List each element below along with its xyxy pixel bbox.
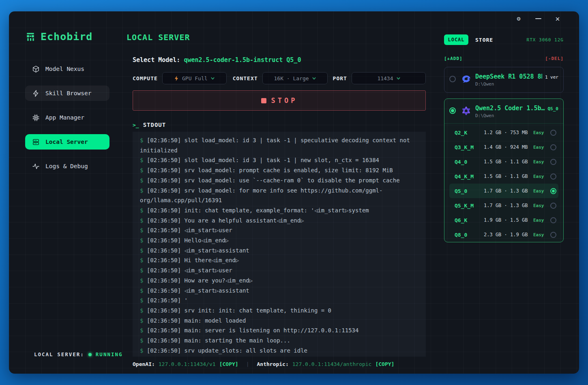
status-dot-icon xyxy=(88,353,92,356)
quant-difficulty-badge: Easy xyxy=(533,203,550,208)
quant-radio[interactable] xyxy=(550,203,556,209)
port-dropdown[interactable]: 11434 xyxy=(352,72,426,84)
context-label: CONTEXT xyxy=(233,75,258,81)
sidebar-item-app-manager[interactable]: App Manager xyxy=(25,110,109,125)
quant-name: Q4_0 xyxy=(455,159,484,165)
quant-radio[interactable] xyxy=(550,159,556,165)
console-line: $ [02:36:50] Hello◁im_end▷ xyxy=(140,235,418,246)
console-line: $ [02:36:50] ◁im_start▷user xyxy=(140,225,418,235)
api-endpoints: OpenAI: 127.0.0.1:11434/v1 [COPY] | Anth… xyxy=(133,361,426,367)
delete-model-button[interactable]: [-DEL] xyxy=(545,56,564,61)
tab-store[interactable]: STORE xyxy=(475,37,493,43)
sidebar-item-model-nexus[interactable]: Model Nexus xyxy=(25,61,109,77)
quant-size: 1.5 GB · 1.1 GB xyxy=(484,159,533,165)
anthropic-endpoint-label: Anthropic: xyxy=(257,361,288,367)
chevron-down-icon xyxy=(397,77,400,80)
server-controls: COMPUTE GPU Full CONTEXT 16K · Large POR… xyxy=(133,72,426,84)
add-model-button[interactable]: [+ADD] xyxy=(444,56,463,61)
quant-row[interactable]: Q3_K_M 1.4 GB · 924 MB Easy xyxy=(449,140,558,154)
console-line: $ [02:36:50] srv init: init: chat templa… xyxy=(140,306,418,316)
add-delete-row: [+ADD] [-DEL] xyxy=(444,56,564,61)
stop-button-label: STOP xyxy=(271,96,298,105)
quant-name: Q8_0 xyxy=(455,232,484,238)
quant-size: 1.7 GB · 1.3 GB xyxy=(484,203,533,208)
openai-endpoint-label: OpenAI: xyxy=(133,361,155,367)
sidebar-item-label: Skill Browser xyxy=(45,90,92,96)
cube-icon xyxy=(32,65,40,73)
model-card-deepseek[interactable]: DeepSeek R1 0528 8B 1 ver D:\Qwen xyxy=(444,67,564,93)
app-logo: Echobird xyxy=(25,31,133,43)
quant-difficulty-badge: Easy xyxy=(533,218,550,223)
selected-model-line: Select Model: qwen2.5-coder-1.5b-instruc… xyxy=(133,56,426,64)
quant-row[interactable]: Q4_K_M 1.5 GB · 1.1 GB Easy xyxy=(449,169,558,184)
quant-row[interactable]: Q5_0 1.7 GB · 1.3 GB Easy xyxy=(449,184,558,198)
quant-name: Q2_K xyxy=(455,130,484,136)
model-radio[interactable] xyxy=(449,76,456,82)
console-line: $ [02:36:50] ◁im_start▷assistant xyxy=(140,246,418,256)
model-name: DeepSeek R1 0528 8B xyxy=(475,73,542,80)
quant-size: 1.7 GB · 1.3 GB xyxy=(484,188,533,194)
sidebar-item-label: App Manager xyxy=(45,114,84,121)
compute-value: GPU Full xyxy=(182,75,208,81)
quant-size: 1.4 GB · 924 MB xyxy=(484,144,533,150)
quant-row[interactable]: Q5_K_M 1.7 GB · 1.3 GB Easy xyxy=(449,198,558,213)
model-card-qwen[interactable]: Qwen2.5 Coder 1.5b… Q5_0 D:\Qwen Q2_K 1.… xyxy=(444,98,564,242)
app-name: Echobird xyxy=(41,31,92,43)
quant-size: 1.9 GB · 1.5 GB xyxy=(484,217,533,223)
model-quant-badge: Q5_0 xyxy=(548,106,559,111)
server-status: LOCAL SERVER: RUNNING xyxy=(25,351,133,357)
quant-row[interactable]: Q6_K 1.9 GB · 1.5 GB Easy xyxy=(449,213,558,227)
tab-local[interactable]: LOCAL xyxy=(444,34,468,45)
library-tabs: LOCAL STORE RTX 3060 12G xyxy=(444,34,564,45)
select-model-label: Select Model: xyxy=(133,56,180,64)
context-dropdown[interactable]: 16K · Large xyxy=(262,72,328,84)
port-value: 11434 xyxy=(377,75,393,81)
server-icon xyxy=(32,138,40,146)
settings-gear-icon[interactable]: ⚙ xyxy=(515,15,522,22)
select-model-value: qwen2.5-coder-1.5b-instruct Q5_0 xyxy=(184,56,301,64)
quant-row[interactable]: Q4_0 1.5 GB · 1.1 GB Easy xyxy=(449,154,558,169)
chevron-down-icon xyxy=(312,77,316,80)
close-button[interactable]: × xyxy=(554,15,561,22)
minimize-button[interactable] xyxy=(534,15,542,22)
page-title: LOCAL SERVER xyxy=(127,32,426,42)
bolt-icon xyxy=(32,90,40,97)
port-label: PORT xyxy=(333,75,347,81)
stdout-console[interactable]: $ [02:36:50] slot load_model: id 3 | tas… xyxy=(133,132,426,357)
quant-row[interactable]: Q2_K 1.2 GB · 753 MB Easy xyxy=(449,125,558,140)
quant-radio[interactable] xyxy=(550,173,556,180)
bolt-icon xyxy=(174,76,179,81)
model-version-count: 1 ver xyxy=(545,75,558,80)
stop-button[interactable]: STOP xyxy=(133,90,426,111)
model-radio[interactable] xyxy=(449,107,456,114)
sidebar-item-local-server[interactable]: Local Server xyxy=(25,134,109,150)
divider xyxy=(444,123,563,124)
compute-label: COMPUTE xyxy=(133,75,158,81)
openai-copy-button[interactable]: [COPY] xyxy=(219,361,238,367)
titlebar: ⚙ × xyxy=(9,11,579,26)
quant-name: Q4_K_M xyxy=(455,173,484,180)
sidebar-item-skill-browser[interactable]: Skill Browser xyxy=(25,86,109,101)
quant-difficulty-badge: Easy xyxy=(533,130,550,135)
quant-radio[interactable] xyxy=(550,232,556,238)
console-header: >_ STDOUT xyxy=(133,122,426,128)
endpoint-divider: | xyxy=(246,361,249,367)
console-line: $ [02:36:50] srv update_slots: all slots… xyxy=(140,346,418,356)
console-line: $ [02:36:50] slot load_model: id 3 | tas… xyxy=(140,135,418,155)
console-line: $ [02:36:50] init: chat template, exampl… xyxy=(140,205,418,216)
quant-row[interactable]: Q8_0 2.3 GB · 1.9 GB Easy xyxy=(449,227,558,242)
quant-radio[interactable] xyxy=(550,217,556,223)
quant-radio[interactable] xyxy=(550,130,556,136)
quant-radio[interactable] xyxy=(550,188,556,194)
server-status-label: LOCAL SERVER: xyxy=(34,351,84,357)
console-line: $ [02:36:50] main: starting the main loo… xyxy=(140,336,418,346)
sidebar-item-label: Local Server xyxy=(45,139,88,145)
sidebar-item-logs-debug[interactable]: Logs & Debug xyxy=(25,158,109,174)
quant-difficulty-badge: Easy xyxy=(533,174,550,179)
console-line: $ [02:36:50] srv load_model: for more in… xyxy=(140,186,418,205)
quant-difficulty-badge: Easy xyxy=(533,188,550,194)
compute-dropdown[interactable]: GPU Full xyxy=(162,72,227,84)
anthropic-copy-button[interactable]: [COPY] xyxy=(375,361,394,367)
robot-logo-icon xyxy=(25,32,36,42)
quant-radio[interactable] xyxy=(550,144,556,150)
